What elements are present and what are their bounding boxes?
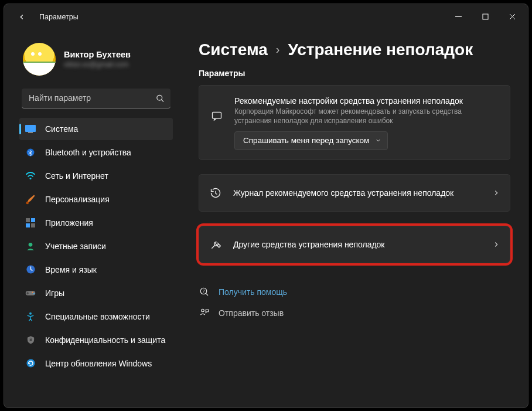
svg-point-19: [33, 293, 35, 294]
svg-rect-14: [31, 223, 35, 227]
card-title: Рекомендуемые настройки средства устране…: [234, 96, 499, 106]
sidebar-item-label: Приложения: [45, 218, 93, 227]
history-icon: [209, 187, 223, 199]
sidebar-item-accessibility[interactable]: Специальные возможности: [19, 305, 173, 328]
sidebar-item-system[interactable]: Система: [19, 118, 173, 140]
apps-icon: [25, 218, 36, 228]
link-send-feedback[interactable]: Отправить отзыв: [199, 308, 510, 318]
avatar: [23, 43, 56, 76]
svg-rect-6: [25, 125, 36, 132]
window-caption: Параметры: [39, 13, 79, 21]
sidebar-item-apps[interactable]: Приложения: [19, 212, 173, 234]
card-other-troubleshooters[interactable]: Другие средства устранения неполадок: [199, 226, 510, 263]
dropdown-value: Спрашивать меня перед запуском: [243, 136, 369, 145]
bluetooth-icon: [25, 147, 36, 158]
sidebar-item-label: Конфиденциальность и защита: [45, 335, 165, 345]
gamepad-icon: [25, 288, 36, 298]
chevron-right-icon: [492, 240, 500, 249]
recommended-preference-dropdown[interactable]: Спрашивать меня перед запуском: [234, 131, 388, 150]
card-subtitle: Корпорация Майкрософт может рекомендоват…: [234, 107, 499, 125]
profile-name: Виктор Бухтеев: [64, 50, 131, 59]
profile-block[interactable]: Виктор Бухтеев viktor.xx@gmail.com: [19, 36, 173, 86]
svg-rect-1: [483, 14, 488, 19]
link-text: Получить помощь: [219, 287, 287, 297]
svg-point-20: [29, 312, 32, 314]
sidebar-item-label: Bluetooth и устройства: [45, 148, 131, 157]
minimize-button[interactable]: [445, 8, 472, 26]
help-icon: ?: [199, 287, 210, 297]
svg-rect-11: [26, 218, 30, 222]
sidebar-item-label: Специальные возможности: [45, 312, 150, 321]
window-controls: [445, 8, 526, 26]
section-label-parameters: Параметры: [199, 69, 510, 78]
sidebar-item-label: Центр обновления Windows: [45, 359, 152, 368]
sidebar-item-label: Игры: [45, 288, 64, 298]
feedback-icon: [199, 308, 210, 318]
svg-point-27: [202, 309, 204, 312]
chevron-down-icon: [375, 137, 381, 144]
chat-settings-icon: [210, 110, 224, 122]
svg-rect-7: [28, 132, 33, 133]
titlebar: Параметры: [4, 4, 528, 30]
card-title: Другие средства устранения неполадок: [233, 240, 482, 249]
svg-rect-12: [31, 218, 35, 222]
footer-links: ? Получить помощь Отправить отзыв: [199, 287, 510, 318]
link-text: Отправить отзыв: [219, 308, 284, 318]
svg-rect-24: [213, 112, 221, 118]
svg-point-15: [29, 243, 33, 247]
settings-window: Параметры Виктор Бухтеев viktor.xx@gmail…: [4, 4, 528, 408]
sidebar-item-gaming[interactable]: Игры: [19, 282, 173, 304]
svg-rect-13: [26, 223, 30, 227]
clock-globe-icon: [25, 264, 36, 275]
content: Виктор Бухтеев viktor.xx@gmail.com Систе…: [4, 30, 528, 407]
breadcrumb-root[interactable]: Система: [199, 40, 268, 59]
sidebar-item-label: Система: [45, 124, 78, 134]
nav: Система Bluetooth и устройства Сеть и Ин…: [19, 118, 173, 375]
link-get-help[interactable]: ? Получить помощь: [199, 287, 510, 297]
wrench-icon: [209, 239, 223, 250]
sidebar-item-windows-update[interactable]: Центр обновления Windows: [19, 352, 173, 375]
sidebar-item-bluetooth[interactable]: Bluetooth и устройства: [19, 141, 173, 164]
shield-icon: [25, 335, 36, 345]
back-button[interactable]: [12, 8, 31, 26]
svg-point-10: [26, 201, 29, 204]
breadcrumb-current: Устранение неполадок: [288, 40, 473, 59]
chevron-right-icon: [492, 189, 500, 197]
sidebar-item-label: Сеть и Интернет: [45, 171, 108, 181]
sidebar-item-label: Учетные записи: [45, 242, 106, 251]
card-title: Журнал рекомендуемого средства устранени…: [233, 188, 482, 198]
card-troubleshoot-history[interactable]: Журнал рекомендуемого средства устранени…: [199, 174, 510, 212]
sidebar-item-personalization[interactable]: Персонализация: [19, 188, 173, 210]
sidebar-item-privacy[interactable]: Конфиденциальность и защита: [19, 329, 173, 351]
breadcrumb: Система › Устранение неполадок: [199, 40, 510, 59]
profile-email: viktor.xx@gmail.com: [64, 60, 131, 69]
sidebar-item-label: Время и язык: [45, 265, 97, 274]
person-icon: [25, 241, 36, 252]
sidebar-item-label: Персонализация: [45, 195, 110, 204]
sidebar-item-network[interactable]: Сеть и Интернет: [19, 165, 173, 187]
sidebar-item-accounts[interactable]: Учетные записи: [19, 235, 173, 257]
search-input[interactable]: [22, 89, 170, 108]
svg-point-18: [32, 291, 33, 293]
breadcrumb-separator-icon: ›: [276, 43, 280, 56]
svg-point-23: [26, 359, 35, 367]
wifi-icon: [25, 171, 36, 181]
svg-text:?: ?: [203, 289, 205, 293]
svg-point-9: [30, 178, 32, 179]
brush-icon: [25, 194, 36, 205]
sidebar-item-time-language[interactable]: Время и язык: [19, 259, 173, 281]
main-area: Система › Устранение неполадок Параметры…: [181, 36, 528, 407]
card-recommended-settings: Рекомендуемые настройки средства устране…: [199, 85, 510, 160]
maximize-button[interactable]: [472, 8, 499, 26]
update-icon: [25, 358, 36, 369]
search-box[interactable]: [22, 89, 170, 108]
accessibility-icon: [25, 311, 36, 322]
close-button[interactable]: [499, 8, 526, 26]
system-icon: [25, 124, 36, 134]
sidebar: Виктор Бухтеев viktor.xx@gmail.com Систе…: [4, 36, 181, 407]
